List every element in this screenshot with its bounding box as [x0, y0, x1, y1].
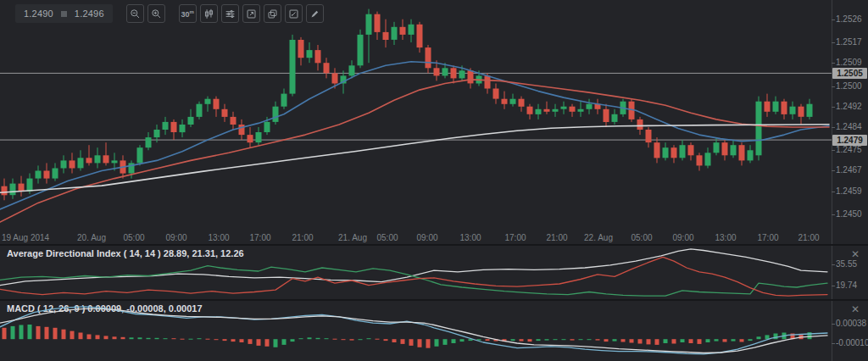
price-axis-label: 1.2450 [836, 210, 862, 219]
macd-histogram-bar [664, 339, 668, 343]
zoom-in-button[interactable] [147, 4, 165, 23]
candle-body [748, 150, 754, 160]
macd-histogram-bar [342, 339, 346, 340]
zoom-in-icon [151, 8, 162, 19]
macd-line [0, 307, 827, 354]
candle-body [798, 107, 804, 117]
adx-line [0, 249, 827, 286]
price-tick [832, 42, 835, 43]
candle-body [70, 160, 75, 168]
edit-button[interactable] [285, 4, 303, 23]
time-axis-label: 17:00 [504, 233, 526, 242]
macd-histogram-bar [460, 339, 465, 342]
candle-body [612, 114, 618, 122]
candle-body [171, 122, 177, 132]
price-axis-label: 1.2467 [836, 166, 862, 175]
price-axis-label: 1.2492 [836, 103, 862, 111]
adx-chart-svg[interactable] [0, 246, 832, 299]
candle-body [714, 142, 720, 153]
candle-body [739, 145, 745, 160]
candle-body [756, 102, 762, 156]
macd-histogram-bar [359, 339, 363, 340]
price-chart-svg[interactable] [0, 0, 832, 230]
candle-body [782, 102, 787, 114]
macd-histogram-bar [181, 339, 185, 340]
time-axis-label: 09:00 [672, 233, 693, 242]
candle-body [307, 50, 313, 58]
candle-body [459, 70, 465, 78]
macd-histogram-bar [240, 339, 244, 342]
macd-histogram-bar [579, 339, 583, 340]
macd-histogram-bar [3, 328, 7, 339]
macd-close-button[interactable]: ✕ [849, 302, 861, 317]
time-axis-label: 09:00 [165, 233, 186, 242]
time-axis-label: 21. Aug [338, 233, 367, 242]
indicators-button[interactable] [221, 4, 239, 23]
candle-body [485, 75, 491, 88]
macd-histogram-bar [723, 339, 727, 342]
time-axis-label: 17:00 [757, 233, 778, 242]
zoom-out-button[interactable] [126, 4, 144, 23]
candle-body [383, 32, 389, 40]
time-axis-label: 13:00 [208, 233, 229, 242]
candle-body [256, 132, 262, 142]
macd-histogram-bar [698, 339, 702, 344]
candle-body [332, 73, 338, 83]
candle-body [765, 102, 771, 112]
plus-di-line [0, 266, 827, 297]
macd-histogram-bar [587, 339, 592, 340]
macd-histogram-bar [87, 335, 92, 340]
macd-histogram-bar [638, 339, 643, 343]
candle-body [493, 89, 499, 99]
time-axis-label: 21:00 [546, 233, 567, 242]
macd-histogram-bar [96, 335, 100, 339]
candle-body [578, 109, 584, 112]
macd-histogram-bar [596, 339, 600, 340]
macd-histogram-bar [316, 338, 320, 339]
signal-line [0, 308, 827, 353]
draw-button[interactable] [306, 4, 324, 23]
chart-type-button[interactable] [200, 4, 218, 23]
adx-close-button[interactable]: ✕ [849, 247, 861, 262]
candle-body [10, 184, 16, 196]
macd-histogram-bar [537, 339, 541, 341]
zoom-out-icon [130, 8, 141, 19]
macd-histogram-bar [113, 336, 117, 339]
duplicate-button[interactable] [264, 4, 281, 23]
macd-histogram-bar [11, 326, 15, 339]
macd-histogram-bar [214, 339, 219, 340]
expand-button[interactable] [242, 4, 260, 23]
candle-body [188, 117, 194, 125]
macd-histogram-bar [452, 339, 456, 343]
macd-histogram-bar [70, 331, 75, 340]
ma-fast-line [0, 62, 829, 209]
macd-histogram-bar [604, 339, 609, 342]
ask-price: 1.2496 [75, 8, 104, 19]
candle-body [264, 122, 270, 132]
time-axis-label: 13:00 [715, 233, 736, 242]
candle-body [731, 145, 737, 155]
macd-histogram-bar [613, 339, 617, 341]
candle-body [544, 109, 550, 112]
macd-histogram-bar [206, 339, 210, 340]
timeframe-button[interactable]: 30m [179, 4, 197, 23]
macd-histogram-bar [19, 325, 24, 340]
candle-body [315, 50, 321, 63]
macd-panel: MACD ( 12, 26, 9 ) 0.00009, -0.00008, 0.… [0, 301, 868, 361]
candle-body [527, 107, 533, 114]
candle-body [442, 68, 448, 75]
macd-histogram-bar [274, 339, 278, 347]
time-axis-label: 19 Aug 2014 [2, 233, 49, 242]
macd-chart-svg[interactable] [0, 301, 832, 361]
toolbar-buttons: 30m [123, 4, 324, 23]
macd-histogram-bar [570, 339, 575, 340]
bid-price: 1.2490 [24, 8, 53, 19]
time-axis-label: 05:00 [123, 233, 144, 242]
indicator-tick [832, 324, 835, 325]
price-tick [832, 19, 835, 20]
macd-histogram-bar [138, 337, 142, 339]
candle-body [773, 102, 779, 112]
candle-body [705, 153, 711, 165]
candle-body [671, 147, 677, 158]
candle-body [349, 65, 355, 75]
